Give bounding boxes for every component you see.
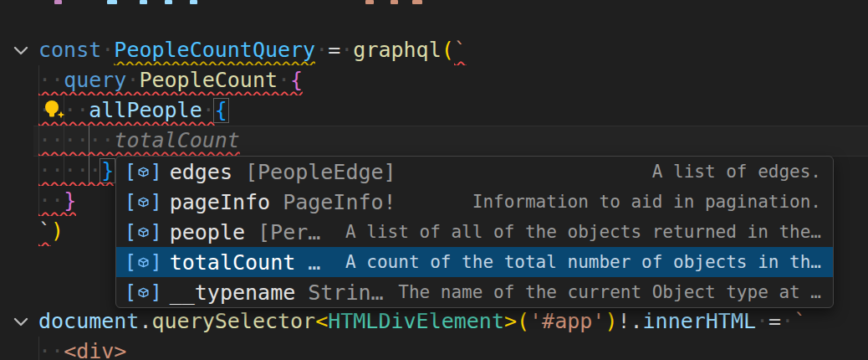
code-token: { [290,68,303,92]
whitespace-dot: · [76,98,89,122]
whitespace-dot: · [51,128,64,152]
whitespace-dot: · [756,309,768,333]
clipped-line-fragment [391,0,398,4]
clipped-line-fragment [140,0,147,4]
whitespace-dot: · [89,158,101,183]
suggest-widget: []edges[PeopleEdge]A list of edges.[]pag… [115,156,834,308]
code-token: . [139,309,151,333]
whitespace-dot: · [51,339,64,360]
code-token: > [504,309,517,333]
whitespace-dot: · [38,128,51,152]
suggest-item-label: __typename [170,280,296,305]
whitespace-dot: · [101,38,114,62]
code-token: querySelector [151,309,315,333]
whitespace-dot: · [64,128,76,152]
code-token: ` [794,309,806,333]
line-template-end[interactable]: `) [38,216,64,246]
fold-chevron-icon[interactable] [12,42,30,60]
whitespace-dot: · [38,158,51,183]
code-token: query [64,68,126,92]
suggest-item-doc: A list of all of the objects returned in… [345,222,821,242]
code-token: '#app' [529,309,605,333]
code-token: PeopleCountQuery [114,38,315,62]
code-token: = [768,309,781,333]
suggest-item-totalCount[interactable]: []totalCount…A count of the total number… [116,247,833,277]
clipped-line-fragment [412,0,422,4]
code-token: < [315,309,328,333]
code-token: ) [51,219,64,243]
suggest-item-pageInfo[interactable]: []pageInfoPageInfo!Information to aid in… [116,187,833,217]
line-query[interactable]: ··query·PeopleCount·{ [38,65,303,95]
code-token: ` [38,219,51,243]
symbol-field-icon: [] [125,277,162,307]
code-token: <div> [64,339,126,360]
suggest-item-label: pageInfo [170,190,270,214]
line-div[interactable]: ··<div> [38,337,126,360]
code-token: graphql [353,38,441,62]
suggest-item-doc: The name of the current Object type at … [398,282,821,302]
suggest-item-detail: PageInfo! [283,190,396,214]
suggest-item-doc: Information to aid in pagination. [472,192,821,212]
line-close-outer[interactable]: ··} [38,186,76,216]
suggest-item-__typename[interactable]: []__typenameStrin…The name of the curren… [116,277,833,307]
suggest-item-detail: [Per… [258,220,320,244]
clipped-line-fragment [365,0,374,4]
line-ghost-totalcount[interactable]: ······totalCount [38,126,240,156]
symbol-field-icon: [] [125,247,162,277]
code-token: . [631,309,643,333]
whitespace-dot: · [76,158,89,183]
suggest-item-detail: Strin… [308,280,383,305]
suggest-item-edges[interactable]: []edges[PeopleEdge]A list of edges. [116,157,833,187]
code-token: const [38,38,101,62]
whitespace-dot: · [101,128,114,152]
inline-suggestion-ghost-text: totalCount [114,128,240,152]
whitespace-dot: · [781,309,794,333]
line-queryselector[interactable]: document.querySelector<HTMLDivElement>('… [38,306,806,337]
code-token: allPeople [89,98,202,122]
suggest-item-doc: A count of the total number of objects i… [345,252,821,272]
code-token: ` [454,38,467,62]
suggest-item-detail: [PeopleEdge] [245,160,396,184]
whitespace-dot: · [38,188,51,213]
clipped-line-fragment [107,0,117,4]
whitespace-dot: · [89,128,101,152]
line-const[interactable]: const·PeopleCountQuery·=·graphql(` [38,35,467,65]
suggest-item-label: totalCount [170,250,296,275]
whitespace-dot: · [76,128,89,152]
symbol-field-icon: [] [125,187,162,217]
whitespace-dot: · [315,38,328,62]
lightbulb-sparkle-icon[interactable] [42,97,69,124]
symbol-field-icon: [] [125,217,162,247]
code-token: } [64,188,76,213]
symbol-field-icon: [] [125,157,162,187]
code-editor[interactable]: const·PeopleCountQuery·=·graphql(`··quer… [0,0,868,360]
code-token: PeopleCount [139,68,278,92]
whitespace-dot: · [38,68,51,92]
whitespace-dot: · [51,68,64,92]
whitespace-dot: · [340,38,353,62]
whitespace-dot: · [126,68,139,92]
suggest-item-label: edges [170,160,232,184]
suggest-item-people[interactable]: []people[Per…A list of all of the object… [116,217,833,247]
code-token: innerHTML [643,309,756,333]
line-close-inner[interactable]: ·····} [38,156,114,186]
suggest-item-detail: … [308,250,320,275]
suggest-item-label: people [170,220,245,244]
whitespace-dot: · [51,188,64,213]
code-token: ( [517,309,529,333]
code-token: = [328,38,340,62]
suggest-item-doc: A list of edges. [652,162,821,182]
clipped-line-fragment [54,0,62,4]
code-token: ( [442,38,454,62]
whitespace-dot: · [51,158,64,183]
code-token: ! [617,309,630,333]
code-token: document [38,309,139,333]
clipped-line-fragment [190,0,197,4]
clipped-line-fragment [165,0,172,4]
code-token: ) [605,309,617,333]
whitespace-dot: · [278,68,290,92]
fold-chevron-icon[interactable] [12,313,30,332]
whitespace-dot: · [64,158,76,183]
code-token: HTMLDivElement [328,309,504,333]
whitespace-dot: · [38,339,51,360]
